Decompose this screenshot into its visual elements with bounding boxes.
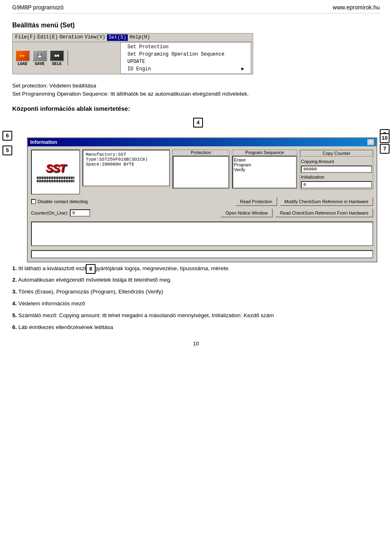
menu-item-set-programing[interactable]: Set Programing Operation Sequence xyxy=(121,51,251,58)
protection-listbox[interactable] xyxy=(173,156,229,188)
initialization-label: Initialization xyxy=(301,175,372,179)
right-badges: 7 9 10 xyxy=(377,121,380,262)
toolbar-save[interactable]: 💾 SAVE xyxy=(32,50,47,66)
modify-checksum-button[interactable]: Modify CheckSum Reference in Hardware xyxy=(280,197,373,206)
body-item-1: 1. Itt látható a kiválasztott eszköz gyá… xyxy=(12,264,380,273)
device-info-line3: Space:200000H BYTE xyxy=(86,162,167,167)
page-number: 10 xyxy=(12,340,380,347)
dialog-bottom-section xyxy=(31,222,373,246)
header-right: www.epromirok.hu xyxy=(333,4,380,11)
protection-box: Protection xyxy=(172,150,229,189)
section-settings-menu: Beállítás menü (Set) File(F) Edit(E) Oer… xyxy=(12,22,380,99)
protection-label: Protection xyxy=(173,150,229,155)
disable-contact-area: Disable contact detecting xyxy=(31,199,233,204)
toolbar-sele[interactable]: ■■ SELE xyxy=(49,50,64,66)
page-header: G9M8P programozó www.epromirok.hu xyxy=(12,4,380,13)
copy-counter-title: Copy Counter xyxy=(300,150,373,157)
menu-screenshot: File(F) Edit(E) Oeration View(V) Set(S) … xyxy=(12,33,253,74)
toolbar-row: ▶▶ LOAD 💾 SAVE ■■ SELE xyxy=(13,42,71,74)
disable-contact-label: Disable contact detecting xyxy=(38,199,88,204)
body-item-3: 3. Törlés (Erase), Programozás (Program)… xyxy=(12,287,380,297)
dialog-title: Information xyxy=(30,139,57,145)
counter-label: Counter(On_Line): xyxy=(31,210,68,215)
body-item-6: 6. Láb érintkezés ellenőrzésének letiltá… xyxy=(12,323,380,332)
menu-bar: File(F) Edit(E) Oeration View(V) Set(S) … xyxy=(13,34,253,42)
program-seq-listbox[interactable]: Erase Program Verify xyxy=(232,156,297,188)
header-left: G9M8P programozó xyxy=(12,4,64,11)
section1-desc: Set protection: Védelem beállítása Set P… xyxy=(12,82,380,99)
menu-edit[interactable]: Edit(E) xyxy=(37,34,58,41)
counter-input[interactable] xyxy=(70,209,90,217)
device-info-line2: Type:SST25VF016B(SOIC8) xyxy=(86,157,167,162)
device-info-line1: Manufactory:SST xyxy=(86,152,167,157)
open-notice-button[interactable]: Open Notice Window xyxy=(220,208,272,217)
menu-item-id-engin[interactable]: ID Engin xyxy=(121,65,251,73)
section-central-info: Központi információs ablak ismertetése: … xyxy=(12,105,380,333)
sst-logo-box: SST xyxy=(31,150,80,195)
menu-oeration[interactable]: Oeration xyxy=(60,34,83,41)
desc-set-protection: Set protection: Védelem beállítása xyxy=(12,82,380,90)
menu-file[interactable]: File(F) xyxy=(15,34,36,41)
read-protection-button[interactable]: Read Protection xyxy=(235,197,277,206)
dialog-middle-row-1: Disable contact detecting Read Protectio… xyxy=(31,197,373,206)
lines-row: 5 6 Information ✕ SST xyxy=(12,121,380,262)
left-badges: 5 6 xyxy=(12,121,15,262)
initialization-input[interactable] xyxy=(301,181,372,188)
copy-counter-row: Copying Amount Initialization xyxy=(300,158,373,189)
sst-logo-bar xyxy=(37,177,75,179)
body-item-5: 5. Számláló mező: Copying amount: itt le… xyxy=(12,311,380,320)
body-item-2: 2. Automatikusan elvégzendő műveletek li… xyxy=(12,275,380,285)
disable-contact-checkbox[interactable] xyxy=(31,199,36,204)
dialog-body: SST Manufactory:SST Type:SST25VF016B(SOI… xyxy=(28,146,376,262)
badge-7: 7 xyxy=(380,144,390,154)
body-descriptions: 1. Itt látható a kiválasztott eszköz gyá… xyxy=(12,264,380,333)
menu-dropdown: Set Protection Set Programing Operation … xyxy=(120,42,251,74)
toolbar-load[interactable]: ▶▶ LOAD xyxy=(15,50,30,66)
badge-6: 6 xyxy=(2,131,12,141)
win-dialog: Information ✕ SST Manufact xyxy=(27,137,377,262)
dialog-top-row: SST Manufactory:SST Type:SST25VF016B(SOI… xyxy=(31,150,373,195)
dialog-middle-row-2: Counter(On_Line): Open Notice Window Rea… xyxy=(31,208,373,217)
diagram-wrapper: 1 2 3 4 5 6 Information ✕ xyxy=(12,118,380,264)
copying-amount-label: Copying Amount xyxy=(301,159,372,164)
read-checksum-button[interactable]: Read CheckSum Reference From Hardware xyxy=(275,208,373,217)
sst-logo-bar2 xyxy=(37,180,75,182)
program-seq-box: Program Sequence Erase Program Verify xyxy=(232,150,297,189)
dialog-close-button[interactable]: ✕ xyxy=(368,139,374,145)
copy-counter-box: Copy Counter Copying Amount Initializati… xyxy=(300,150,373,190)
program-seq-label: Program Sequence xyxy=(232,150,297,155)
sst-logo-text: SST xyxy=(46,162,65,175)
menu-view[interactable]: View(V) xyxy=(85,34,105,41)
dialog-status-bar xyxy=(31,250,373,258)
seq-erase: Erase xyxy=(234,157,295,162)
seq-program: Program xyxy=(234,162,295,167)
device-info-box: Manufactory:SST Type:SST25VF016B(SOIC8) … xyxy=(82,150,170,186)
desc-set-programming: Set Programming Operation Sequence: Itt … xyxy=(12,90,380,98)
copying-amount-input[interactable] xyxy=(301,166,372,173)
dialog-titlebar: Information ✕ xyxy=(28,138,376,146)
menu-help[interactable]: Help(H) xyxy=(129,34,150,41)
section1-title: Beállítás menü (Set) xyxy=(12,22,380,29)
badge-10: 10 xyxy=(380,133,390,143)
counter-row: Counter(On_Line): xyxy=(31,209,218,217)
section2-title: Központi információs ablak ismertetése: xyxy=(12,105,380,112)
menu-item-update[interactable]: UPDATE xyxy=(121,58,251,65)
seq-verify: Verify xyxy=(234,167,295,172)
menu-item-set-protection[interactable]: Set Protection xyxy=(121,43,251,51)
badge-5: 5 xyxy=(2,146,12,155)
badge-8: 8 xyxy=(86,264,96,274)
body-item-4: 4. Védelem információs mező xyxy=(12,299,380,309)
menu-set[interactable]: Set(S) xyxy=(107,34,128,41)
